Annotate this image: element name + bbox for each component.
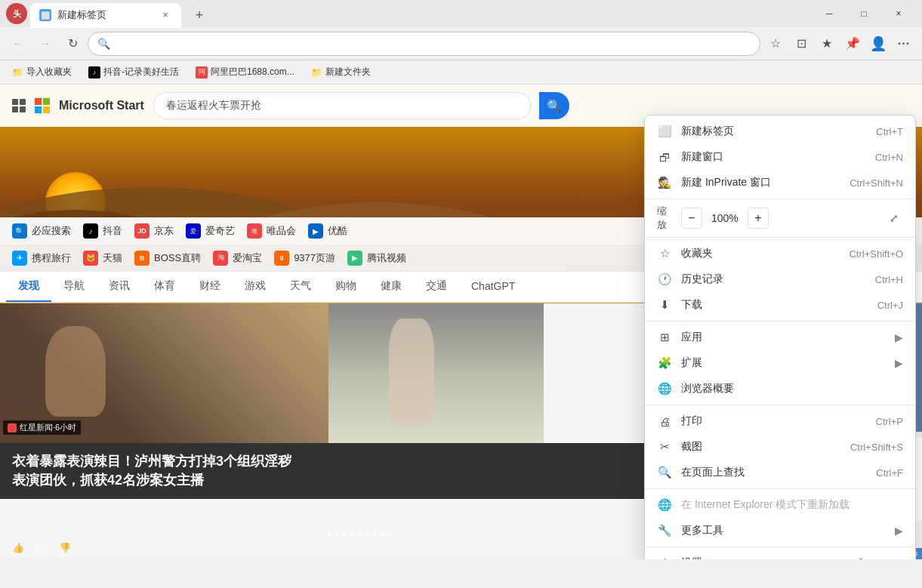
ql-tmall[interactable]: 🐱 天猫 [83, 251, 122, 266]
ql-boss[interactable]: B BOSS直聘 [134, 251, 201, 266]
nav-tab-sports[interactable]: 体育 [142, 272, 187, 302]
profile-menu-button[interactable]: 👤 [866, 32, 890, 56]
bookmark-label: 导入收藏夹 [26, 66, 72, 79]
new-tab-icon: ⬜ [657, 124, 672, 139]
split-view-button[interactable]: ⊡ [789, 32, 813, 56]
nav-tab-weather[interactable]: 天气 [278, 272, 323, 302]
bookmark-label: 抖音-记录美好生活 [103, 66, 179, 79]
star-button[interactable]: ☆ [763, 32, 788, 56]
nav-tab-navigation[interactable]: 导航 [51, 272, 97, 302]
bing-icon: 🔍 [12, 223, 27, 239]
menu-item-new-tab[interactable]: ⬜ 新建标签页 Ctrl+T [645, 119, 915, 144]
browser-overview-icon: 🌐 [657, 381, 672, 396]
menu-label-find: 在页面上查找 [681, 466, 867, 479]
zoom-fullscreen-button[interactable]: ⤢ [885, 209, 903, 227]
minimize-button[interactable]: ─ [812, 2, 846, 26]
msstart-search-button[interactable]: 🔍 [539, 92, 569, 119]
nav-tab-games[interactable]: 游戏 [233, 272, 278, 302]
ql-bingsearch[interactable]: 🔍 必应搜索 [12, 223, 71, 239]
ql-tencentvideo[interactable]: ▶ 腾讯视频 [347, 251, 406, 266]
favorites-button[interactable]: ★ [815, 32, 839, 56]
menu-label-print: 打印 [681, 414, 867, 428]
address-bar[interactable]: 🔍 [88, 32, 760, 56]
print-icon: 🖨 [657, 414, 672, 429]
nav-tab-health[interactable]: 健康 [368, 272, 414, 302]
tmall-icon: 🐱 [83, 251, 98, 266]
ql-vip[interactable]: 唯 唯品会 [247, 223, 296, 239]
svg-rect-0 [35, 98, 42, 105]
new-tab-button[interactable]: + [187, 4, 211, 28]
refresh-button[interactable]: ↻ [60, 32, 85, 56]
ql-iqiyi[interactable]: 爱 爱奇艺 [186, 223, 235, 239]
close-button[interactable]: × [881, 2, 916, 26]
menu-item-download[interactable]: ⬇ 下载 Ctrl+J [645, 292, 915, 318]
bookmark-import[interactable]: 📁 导入收藏夹 [6, 63, 78, 81]
extensions-icon: 🧩 [657, 356, 672, 371]
inprivate-icon: 🕵 [657, 175, 672, 190]
menu-item-history[interactable]: 🕐 历史记录 Ctrl+H [645, 266, 915, 292]
ql-9377[interactable]: 9 9377页游 [274, 251, 335, 266]
tab-favicon: ⬜ [39, 9, 51, 21]
dot-4 [350, 532, 354, 537]
menu-item-screenshot[interactable]: ✂ 截图 Ctrl+Shift+S [645, 434, 915, 460]
nav-tab-discover[interactable]: 发现 [6, 272, 51, 302]
collections-button[interactable]: 📌 [840, 32, 865, 56]
menu-item-browser-overview[interactable]: 🌐 浏览器概要 [645, 376, 915, 402]
folder-icon: 📁 [311, 67, 322, 78]
ql-ctrip[interactable]: ✈ 携程旅行 [12, 251, 71, 266]
jd-icon: JD [134, 223, 150, 239]
nav-tab-traffic[interactable]: 交通 [414, 272, 459, 302]
forward-button[interactable]: → [33, 32, 57, 56]
tab-close-button[interactable]: × [159, 8, 172, 22]
menu-divider-4 [645, 405, 915, 405]
svg-rect-2 [35, 106, 42, 113]
menu-item-new-window[interactable]: 🗗 新建窗口 Ctrl+N [645, 144, 915, 170]
menu-item-favorites[interactable]: ☆ 收藏夹 Ctrl+Shift+O [645, 241, 915, 266]
nav-tab-finance[interactable]: 财经 [187, 272, 233, 302]
youku-icon: ▶ [308, 223, 323, 239]
menu-item-print[interactable]: 🖨 打印 Ctrl+P [645, 408, 915, 434]
maximize-button[interactable]: □ [846, 2, 881, 26]
bookmark-alibaba[interactable]: 阿 阿里巴巴1688.com... [190, 63, 301, 81]
shortcut-print: Ctrl+P [876, 416, 903, 427]
back-button[interactable]: ← [6, 32, 30, 56]
bookmark-douyin[interactable]: ♪ 抖音-记录美好生活 [82, 63, 185, 81]
folder-icon: 📁 [12, 67, 23, 78]
profile-icon[interactable]: 头 [6, 3, 27, 24]
menu-label-history: 历史记录 [681, 272, 866, 286]
msstart-logo-text: Microsoft Start [59, 99, 144, 112]
settings-icon: ⚙ [657, 556, 672, 559]
menu-label-screenshot: 截图 [681, 440, 841, 454]
zoom-decrease-button[interactable]: − [681, 208, 702, 229]
apps-icon: ⊞ [657, 330, 672, 345]
menu-label-browser-overview: 浏览器概要 [681, 382, 903, 396]
ql-douyin[interactable]: ♪ 抖音 [83, 223, 122, 239]
msstart-search-bar[interactable]: 春运返程火车票开抢 [153, 92, 531, 119]
menu-item-inprivate[interactable]: 🕵 新建 InPrivate 窗口 Ctrl+Shift+N [645, 170, 915, 195]
microsoft-logo [35, 98, 50, 113]
dot-7 [372, 532, 377, 537]
shortcut-download: Ctrl+J [877, 300, 903, 311]
zoom-increase-button[interactable]: + [748, 208, 769, 229]
nav-tab-shopping[interactable]: 购物 [323, 272, 368, 302]
douyin-ql-icon: ♪ [83, 223, 98, 239]
menu-item-settings[interactable]: ⚙ 设置 ➜ [645, 550, 915, 559]
svg-rect-1 [43, 98, 50, 105]
menu-item-more-tools[interactable]: 🔧 更多工具 ▶ [645, 518, 915, 543]
active-tab[interactable]: ⬜ 新建标签页 × [30, 3, 181, 28]
bookmark-new-folder[interactable]: 📁 新建文件夹 [305, 63, 377, 81]
nav-tab-chatgpt[interactable]: ChatGPT [459, 272, 527, 301]
ql-taobao[interactable]: 淘 爱淘宝 [213, 251, 262, 266]
main-news-card[interactable]: 红星新闻·6小时 衣着暴露表演辣目！泸州警方打掉3个组织淫秽 表演团伙，抓获42… [0, 303, 718, 559]
more-options-button[interactable]: ··· [892, 32, 916, 56]
apps-grid-icon[interactable] [12, 99, 26, 112]
bookmark-label: 阿里巴巴1688.com... [211, 66, 294, 79]
menu-item-apps[interactable]: ⊞ 应用 ▶ [645, 325, 915, 350]
ql-youku[interactable]: ▶ 优酷 [308, 223, 347, 239]
menu-item-extensions[interactable]: 🧩 扩展 ▶ [645, 350, 915, 376]
menu-item-find[interactable]: 🔍 在页面上查找 Ctrl+F [645, 460, 915, 485]
favorites-menu-icon: ☆ [657, 246, 672, 261]
ql-jd[interactable]: JD 京东 [134, 223, 174, 239]
nav-tab-news[interactable]: 资讯 [97, 272, 142, 302]
download-icon: ⬇ [657, 297, 672, 312]
